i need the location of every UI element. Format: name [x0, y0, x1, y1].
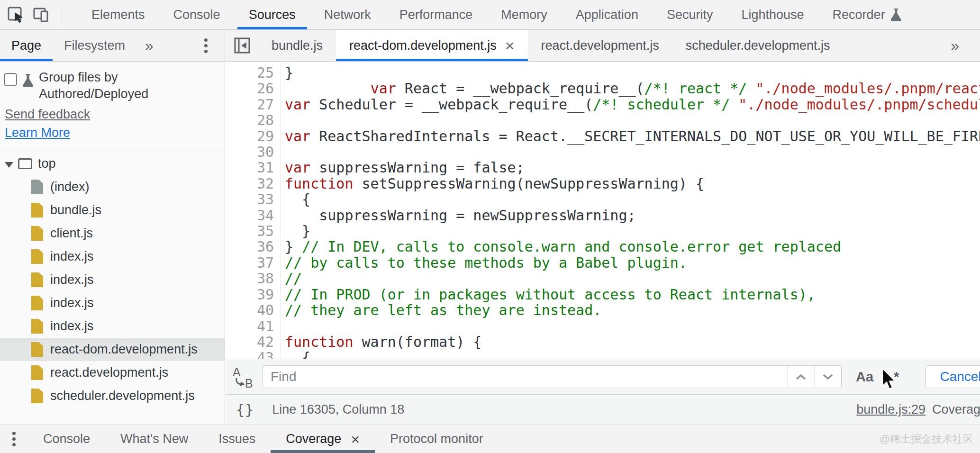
code-line: suppressWarning = newSuppressWarning;	[285, 208, 980, 223]
cursor-position: Line 16305, Column 18	[272, 402, 404, 417]
inspect-element-button[interactable]	[7, 5, 26, 24]
editor-tab-strip: bundle.jsreact-dom.development.js×react.…	[225, 30, 980, 62]
line-number[interactable]: 38	[226, 271, 274, 286]
chevron-up-icon	[795, 373, 807, 381]
sidebar-tab-filesystem[interactable]: Filesystem	[53, 30, 136, 61]
navigator-more-menu-button[interactable]	[204, 30, 208, 61]
group-files-checkbox[interactable]	[4, 73, 17, 86]
frame-icon	[18, 158, 32, 169]
match-case-toggle[interactable]: Aa	[856, 365, 873, 388]
line-number[interactable]: 33	[226, 191, 274, 207]
panel-tab-lighthouse[interactable]: Lighthouse	[727, 0, 818, 29]
editor-tab-react-dom-development-js[interactable]: react-dom.development.js×	[336, 30, 528, 61]
editor-status-bar: {} Line 16305, Column 18 bundle.js:29 Co…	[226, 394, 980, 425]
replace-icon: A B	[232, 366, 254, 389]
panel-tab-recorder[interactable]: Recorder	[818, 0, 916, 29]
find-previous-button[interactable]	[787, 366, 814, 388]
find-input[interactable]	[263, 366, 787, 388]
line-number[interactable]: 27	[226, 97, 274, 112]
disclosure-arrow-icon[interactable]	[5, 162, 13, 168]
panel-tab-memory[interactable]: Memory	[487, 0, 562, 29]
drawer-tab-protocol-monitor[interactable]: Protocol monitor	[375, 425, 499, 453]
line-number[interactable]: 41	[226, 318, 274, 334]
code-editor[interactable]: 25262728293031323334353637383940414243 }…	[226, 62, 980, 359]
tree-item-react-dom-development-js[interactable]: react-dom.development.js	[0, 338, 225, 361]
drawer-tab-what-s-new[interactable]: What's New	[105, 425, 203, 453]
tree-item-scheduler-development-js[interactable]: scheduler.development.js	[0, 384, 225, 408]
line-number[interactable]: 39	[226, 287, 274, 302]
tree-item-index-js[interactable]: index.js	[0, 315, 225, 338]
cancel-button[interactable]: Cancel	[926, 365, 980, 388]
bundle-source-link[interactable]: bundle.js:29	[856, 402, 926, 417]
script-file-icon	[31, 226, 43, 241]
toggle-device-toolbar-button[interactable]	[32, 5, 51, 24]
panel-tab-elements[interactable]: Elements	[77, 0, 159, 29]
close-icon[interactable]: ×	[351, 432, 360, 447]
code-line: var ReactSharedInternals = React.__SECRE…	[285, 128, 980, 144]
line-number[interactable]: 42	[226, 334, 274, 350]
close-icon[interactable]: ×	[505, 37, 515, 54]
find-next-button[interactable]	[814, 366, 841, 388]
panel-tab-network[interactable]: Network	[310, 0, 385, 29]
send-feedback-link[interactable]: Send feedback	[5, 107, 90, 122]
line-number[interactable]: 35	[226, 223, 274, 239]
panel-tab-console[interactable]: Console	[159, 0, 235, 29]
tree-item-bundle-js[interactable]: bundle.js	[0, 199, 225, 222]
learn-more-link[interactable]: Learn More	[5, 126, 220, 140]
panel-tab-performance[interactable]: Performance	[385, 0, 487, 29]
more-editor-tabs-icon[interactable]: »	[951, 30, 980, 61]
tree-item-react-development-js[interactable]: react.development.js	[0, 361, 225, 384]
drawer-tab-issues[interactable]: Issues	[203, 425, 271, 453]
line-number[interactable]: 26	[226, 81, 274, 96]
line-number[interactable]: 37	[226, 255, 274, 271]
line-number[interactable]: 29	[226, 128, 274, 144]
editor-tab-react-development-js[interactable]: react.development.js	[528, 30, 672, 61]
line-number[interactable]: 40	[226, 302, 274, 318]
coverage-status: Coverage	[932, 402, 980, 417]
tree-item-label: react.development.js	[50, 365, 168, 380]
editor-tab-scheduler-development-js[interactable]: scheduler.development.js	[672, 30, 844, 61]
editor-tab-bundle-js[interactable]: bundle.js	[258, 30, 336, 61]
script-file-icon	[31, 319, 43, 334]
code-line: var suppressWarning = false;	[285, 160, 980, 175]
drawer-menu-button[interactable]	[0, 425, 28, 453]
toolbar-divider	[62, 5, 62, 24]
drawer-tab-console[interactable]: Console	[28, 425, 105, 453]
panel-tab-application[interactable]: Application	[562, 0, 653, 29]
panel-tabs: ElementsConsoleSourcesNetworkPerformance…	[77, 0, 916, 29]
sidebar-tab-label: Page	[11, 38, 41, 53]
tree-item-index-js[interactable]: index.js	[0, 268, 225, 291]
drawer-tab-coverage[interactable]: Coverage×	[271, 425, 375, 453]
panel-tab-label: Performance	[399, 8, 473, 22]
panel-tab-label: Network	[324, 8, 371, 22]
drawer-tab-label: Coverage	[286, 432, 341, 446]
tree-item-index[interactable]: (index)	[0, 175, 225, 199]
tree-item-client-js[interactable]: client.js	[0, 222, 225, 245]
code-line: // by calls to these methods by a Babel …	[285, 255, 980, 271]
drawer-tabs-holder: ConsoleWhat's NewIssuesCoverage×Protocol…	[28, 425, 499, 453]
editor-tabs-holder: bundle.jsreact-dom.development.js×react.…	[258, 30, 843, 61]
panel-tab-sources[interactable]: Sources	[235, 0, 310, 29]
line-number[interactable]: 34	[226, 208, 274, 223]
code-line: // In PROD (or in packages without acces…	[285, 287, 980, 302]
line-number[interactable]: 31	[226, 160, 274, 175]
line-number[interactable]: 25	[226, 65, 274, 81]
tree-item-top[interactable]: top	[0, 152, 225, 175]
line-number-gutter: 25262728293031323334353637383940414243	[226, 62, 281, 359]
line-number[interactable]: 30	[226, 144, 274, 160]
experiment-flask-icon	[23, 74, 33, 87]
more-sidebar-tabs-icon[interactable]: »	[136, 30, 162, 61]
toggle-replace-button[interactable]: A B	[232, 366, 254, 390]
panel-tab-label: Console	[173, 8, 220, 22]
line-number[interactable]: 32	[226, 176, 274, 191]
code-line	[285, 144, 980, 160]
sidebar-tab-page[interactable]: Page	[0, 30, 53, 61]
panel-tab-security[interactable]: Security	[653, 0, 727, 29]
collapse-sidebar-button[interactable]	[225, 30, 258, 61]
line-number[interactable]: 36	[226, 239, 274, 254]
pretty-print-icon[interactable]: {}	[236, 401, 254, 418]
tree-item-index-js[interactable]: index.js	[0, 245, 225, 268]
line-number[interactable]: 43	[226, 350, 274, 359]
line-number[interactable]: 28	[226, 112, 274, 128]
tree-item-index-js[interactable]: index.js	[0, 291, 225, 315]
